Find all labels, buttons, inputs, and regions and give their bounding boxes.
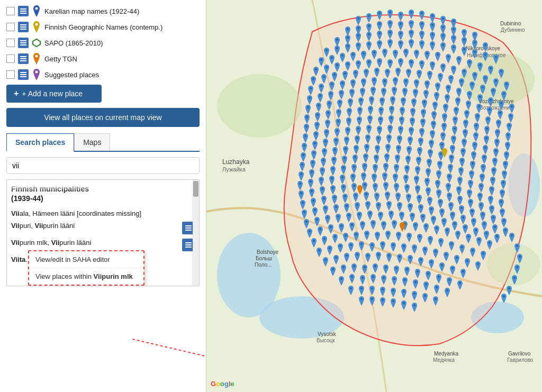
svg-point-19: [35, 71, 38, 74]
svg-point-3: [35, 7, 38, 10]
layer-getty-pin-icon: [32, 53, 41, 65]
layer-finnish-checkbox[interactable]: [6, 23, 15, 31]
svg-point-15: [35, 55, 38, 58]
context-menu-view-places[interactable]: View places within Viipurin mlk: [29, 268, 143, 285]
svg-rect-10: [20, 44, 26, 45]
svg-marker-11: [33, 39, 40, 47]
layer-suggested-list-icon[interactable]: [18, 69, 29, 80]
search-input[interactable]: [6, 157, 200, 174]
svg-text:Vozrozhdeniye: Vozrozhdeniye: [479, 98, 514, 104]
svg-line-26: [132, 339, 206, 358]
svg-rect-0: [20, 8, 26, 10]
layer-finnish-label: Finnish Geographic Names (contemp.): [44, 23, 162, 31]
svg-rect-20: [185, 225, 192, 226]
layer-suggested-label: Suggested places: [44, 71, 99, 79]
result-item-viipurin-mlk: Viipurin mlk, Viipurin lääni: [11, 239, 195, 251]
scrollbar-track[interactable]: [193, 180, 199, 286]
layer-karelian-label: Karelian map names (1922-44): [44, 7, 139, 15]
svg-rect-22: [185, 230, 192, 231]
svg-text:Медянка: Медянка: [433, 357, 455, 363]
layer-sapo-label: SAPO (1865-2010): [44, 39, 103, 47]
svg-rect-8: [20, 40, 26, 41]
layer-suggested-pin-icon: [32, 69, 41, 80]
result-item-viiala: Viiala, Hämeen lääni [coordinates missin…: [11, 209, 195, 217]
add-place-label: + Add a new place: [22, 89, 83, 98]
svg-rect-1: [20, 11, 26, 12]
svg-rect-16: [20, 72, 26, 73]
map-background: Luzhayka Лужайка Nikiforovskoye Никифоро…: [206, 0, 542, 392]
svg-point-34: [460, 53, 535, 106]
layer-suggested-checkbox[interactable]: [6, 70, 15, 79]
svg-rect-23: [185, 242, 192, 243]
tab-maps[interactable]: Maps: [74, 133, 110, 151]
svg-text:Vysotsk: Vysotsk: [318, 331, 337, 337]
layer-finnish-list-icon[interactable]: [18, 22, 29, 32]
svg-point-33: [217, 74, 302, 138]
svg-text:Gavrilovo: Gavrilovo: [508, 351, 531, 357]
result-text-viipurin-mlk: Viipurin mlk, Viipurin lääni: [11, 239, 179, 247]
svg-text:Medyanka: Medyanka: [434, 351, 459, 357]
layer-sapo-checkbox[interactable]: [6, 39, 15, 47]
svg-rect-9: [20, 42, 26, 43]
svg-text:Luzhayka: Luzhayka: [222, 158, 250, 166]
layer-getty-label: Getty TGN: [44, 55, 77, 63]
results-header: Finnish municipalities(1939-44): [11, 184, 195, 203]
layer-sapo-pin-icon: [32, 37, 41, 49]
result-text-viiala: Viiala, Hämeen lääni [coordinates missin…: [11, 209, 195, 217]
add-place-button[interactable]: + + Add a new place: [6, 85, 102, 103]
layer-getty-checkbox[interactable]: [6, 54, 15, 63]
svg-rect-25: [185, 247, 192, 248]
context-menu: View/edit in SAHA editor View places wit…: [28, 250, 144, 286]
google-logo: Google: [211, 380, 234, 388]
svg-rect-14: [20, 60, 26, 61]
tab-search-places[interactable]: Search places: [6, 133, 74, 152]
svg-rect-12: [20, 56, 26, 57]
layer-karelian-checkbox[interactable]: [6, 7, 15, 15]
svg-rect-5: [20, 26, 26, 28]
svg-text:Поло...: Поло...: [255, 262, 272, 268]
svg-point-35: [487, 243, 540, 286]
dotted-arrow: [132, 334, 206, 360]
result-text-viipuri: Viipuri, Viipurin lääni: [11, 222, 179, 230]
svg-rect-21: [185, 227, 192, 229]
layer-getty: Getty TGN: [6, 53, 200, 65]
svg-rect-18: [20, 76, 26, 77]
layer-sapo: SAPO (1865-2010): [6, 37, 200, 49]
svg-rect-6: [20, 29, 26, 30]
svg-text:Bolshoye: Bolshoye: [257, 249, 279, 255]
layer-finnish: Finnish Geographic Names (contemp.): [6, 21, 200, 33]
svg-text:Лужайка: Лужайка: [222, 166, 246, 172]
map-area: Luzhayka Лужайка Nikiforovskoye Никифоро…: [206, 0, 542, 392]
layer-karelian-list-icon[interactable]: [18, 6, 29, 16]
results-area: Finnish municipalities(1939-44) Viiala, …: [6, 179, 200, 286]
search-tabs: Search places Maps: [6, 133, 200, 152]
svg-text:Высоцк: Высоцк: [317, 338, 335, 343]
layer-sapo-list-icon[interactable]: [18, 38, 29, 48]
add-place-icon: +: [14, 89, 19, 98]
layer-getty-list-icon[interactable]: [18, 53, 29, 64]
result-item-viipuri: Viipuri, Viipurin lääni: [11, 222, 195, 234]
svg-text:Nikiforovskoye: Nikiforovskoye: [466, 45, 500, 51]
svg-rect-24: [185, 244, 192, 245]
layer-karelian: Karelian map names (1922-44): [6, 5, 200, 17]
svg-point-7: [35, 23, 38, 26]
svg-rect-4: [20, 24, 26, 25]
context-menu-view-edit[interactable]: View/edit in SAHA editor: [29, 251, 143, 268]
svg-text:Никифоровское: Никифоровское: [467, 52, 506, 58]
svg-rect-13: [20, 58, 26, 59]
results-header-clip: Finnish municipalities(1939-44): [11, 184, 195, 207]
layer-finnish-pin-icon: [32, 21, 41, 33]
layer-suggested: Suggested places: [6, 69, 200, 80]
view-all-button[interactable]: View all places on current map view: [6, 108, 200, 127]
scrollbar-thumb[interactable]: [193, 181, 198, 197]
svg-text:Гаврилово: Гаврилово: [507, 357, 534, 363]
svg-text:Dubinino: Dubinino: [500, 21, 521, 26]
svg-text:Возрождение: Возрождение: [480, 105, 513, 111]
svg-rect-2: [20, 13, 26, 14]
svg-text:Больш: Больш: [256, 256, 272, 261]
svg-rect-17: [20, 74, 26, 75]
left-panel: Karelian map names (1922-44) Finnish Geo…: [0, 0, 206, 392]
layer-karelian-pin-icon: [32, 5, 41, 17]
svg-text:Дубинино: Дубинино: [501, 27, 525, 33]
